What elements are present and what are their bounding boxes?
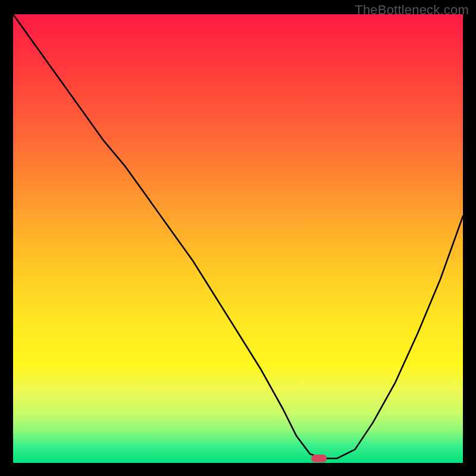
plot-area (13, 14, 463, 463)
chart-frame: TheBottleneck.com (0, 0, 476, 476)
plot-svg (13, 14, 463, 463)
bottleneck-curve (13, 14, 463, 459)
watermark-text: TheBottleneck.com (355, 2, 469, 18)
minimum-marker (311, 455, 327, 462)
